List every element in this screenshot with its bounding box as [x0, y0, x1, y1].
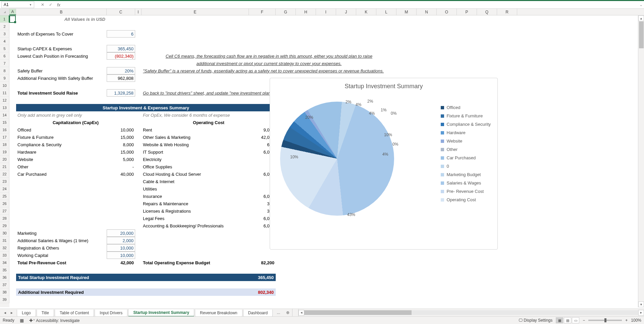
hscroll-thumb[interactable]: [304, 310, 412, 315]
name-box[interactable]: A1 ▼: [1, 1, 34, 8]
row-header-16[interactable]: 16: [0, 126, 9, 133]
row-header-31[interactable]: 31: [0, 237, 9, 244]
row-header-33[interactable]: 33: [0, 252, 9, 259]
row-header-30[interactable]: 30: [0, 229, 9, 237]
sheet-tab-logo[interactable]: Logo: [17, 310, 36, 317]
col-header-I[interactable]: I: [135, 9, 142, 15]
row-header-4[interactable]: 4: [0, 38, 9, 45]
macro-icon[interactable]: ▦: [20, 318, 24, 323]
fx-icon[interactable]: fx: [57, 2, 60, 7]
col-header-O[interactable]: O: [437, 9, 457, 15]
formula-expand-icon[interactable]: ⌄: [638, 3, 644, 7]
tab-more[interactable]: ...: [273, 309, 283, 316]
zoom-slider[interactable]: [588, 320, 622, 321]
col-header-R[interactable]: R: [497, 9, 517, 15]
row-header-25[interactable]: 25: [0, 193, 9, 200]
row-header-2[interactable]: 2: [0, 23, 9, 30]
legend-item: 0: [441, 164, 491, 169]
row-header-27[interactable]: 27: [0, 207, 9, 215]
row-header-3[interactable]: 3: [0, 30, 9, 38]
scroll-thumb[interactable]: [639, 21, 644, 48]
scroll-down-icon[interactable]: ▼: [638, 302, 644, 307]
sheet-tab-title[interactable]: Title: [37, 310, 54, 317]
row-header-14[interactable]: 14: [0, 111, 9, 119]
scroll-up-icon[interactable]: ▲: [638, 15, 644, 21]
sheet-tab-input-drivers[interactable]: Input Drivers: [95, 310, 127, 317]
row-header-12[interactable]: 12: [0, 97, 9, 104]
row-header-7[interactable]: 7: [0, 60, 9, 67]
col-header-E[interactable]: E: [142, 9, 249, 15]
row-header-17[interactable]: 17: [0, 133, 9, 141]
add-sheet-icon[interactable]: ⊕: [283, 309, 292, 316]
col-header-A[interactable]: A: [9, 9, 16, 15]
row-header-18[interactable]: 18: [0, 141, 9, 148]
col-header-H[interactable]: H: [296, 9, 316, 15]
sheet-tab-table-of-content[interactable]: Table of Content: [55, 310, 94, 317]
row-header-15[interactable]: 15: [0, 119, 9, 126]
view-page-layout-icon[interactable]: ▤: [564, 317, 571, 323]
row-header-1[interactable]: 1: [0, 15, 9, 23]
row-header-29[interactable]: 29: [0, 222, 9, 229]
row-header-19[interactable]: 19: [0, 148, 9, 156]
cancel-icon[interactable]: ✕: [41, 2, 44, 7]
row-header-13[interactable]: 13: [0, 104, 9, 111]
col-header-M[interactable]: M: [396, 9, 417, 15]
accessibility-status[interactable]: ✚⁺ Accessibility: Investigate: [29, 318, 80, 323]
row-header-10[interactable]: 10: [0, 82, 9, 89]
pie-label: 10%: [384, 132, 392, 137]
row-header-32[interactable]: 32: [0, 244, 9, 252]
view-normal-icon[interactable]: ▦: [556, 317, 563, 323]
col-header-G[interactable]: G: [276, 9, 296, 15]
col-header-Q[interactable]: Q: [477, 9, 497, 15]
row-header-9[interactable]: 9: [0, 74, 9, 82]
row-header-38[interactable]: 38: [0, 288, 9, 296]
row-header-21[interactable]: 21: [0, 163, 9, 170]
col-header-C[interactable]: C: [107, 9, 135, 15]
display-settings[interactable]: 🖵 Display Settings: [519, 318, 552, 323]
zoom-out-icon[interactable]: −: [583, 318, 585, 323]
title-note[interactable]: All Values is in USD: [16, 15, 107, 23]
row-header-24[interactable]: 24: [0, 185, 9, 193]
col-header-K[interactable]: K: [356, 9, 376, 15]
sheet-tab-dashboard[interactable]: Dashboard: [243, 310, 273, 317]
view-page-break-icon[interactable]: ▭: [572, 317, 579, 323]
col-header-J[interactable]: J: [336, 9, 356, 15]
legend-label: Marketing Budget: [447, 172, 481, 177]
row-header-34[interactable]: 34: [0, 259, 9, 266]
tab-nav-first-icon[interactable]: ◄: [3, 311, 7, 315]
col-header-B[interactable]: B: [16, 9, 107, 15]
row-header-6[interactable]: 6: [0, 52, 9, 60]
row-header-39[interactable]: 39: [0, 296, 9, 303]
col-header-F[interactable]: F: [249, 9, 276, 15]
confirm-icon[interactable]: ✓: [49, 2, 52, 7]
row-header-23[interactable]: 23: [0, 178, 9, 185]
row-header-35[interactable]: 35: [0, 266, 9, 274]
zoom-in-icon[interactable]: +: [625, 318, 628, 323]
row-header-5[interactable]: 5: [0, 45, 9, 52]
name-box-dropdown-icon[interactable]: ▼: [29, 3, 32, 6]
zoom-level[interactable]: 100%: [631, 318, 641, 323]
formula-input[interactable]: [64, 1, 638, 8]
row-header-20[interactable]: 20: [0, 156, 9, 163]
vertical-scrollbar[interactable]: ▲ ▼: [638, 15, 644, 307]
tab-nav-next-icon[interactable]: ►: [9, 311, 14, 315]
sheet-tab-revenue-breakdown[interactable]: Revenue Breakdown: [195, 310, 242, 317]
row-header-8[interactable]: 8: [0, 67, 9, 74]
col-header-I[interactable]: I: [316, 9, 336, 15]
scroll-right-icon[interactable]: ►: [638, 310, 644, 316]
sheet-tab-startup-investment-summary[interactable]: Startup Investment Summary: [128, 309, 194, 317]
horizontal-scrollbar[interactable]: ◄ ►: [298, 309, 644, 316]
row-header-36[interactable]: 36: [0, 274, 9, 281]
row-header-37[interactable]: 37: [0, 281, 9, 288]
row-header-11[interactable]: 11: [0, 89, 9, 97]
column-headers: ABCIEFGHIJKLMNOPQR: [0, 9, 644, 15]
select-all-corner[interactable]: [0, 9, 9, 15]
row-header-28[interactable]: 28: [0, 215, 9, 222]
row-header-22[interactable]: 22: [0, 170, 9, 178]
col-header-N[interactable]: N: [417, 9, 437, 15]
col-header-P[interactable]: P: [457, 9, 477, 15]
col-header-L[interactable]: L: [376, 9, 396, 15]
chart[interactable]: Startup Investment Summary 2%4%2%4%1%0%1…: [270, 78, 498, 250]
scroll-left-icon[interactable]: ◄: [299, 310, 304, 316]
row-header-26[interactable]: 26: [0, 200, 9, 207]
